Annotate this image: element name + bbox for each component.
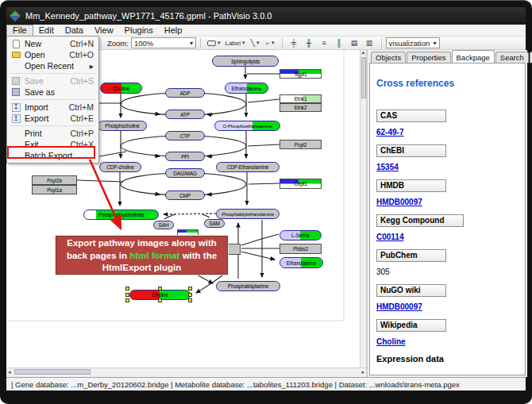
label-tool-button[interactable]: Label▾ — [223, 37, 246, 48]
align-middle-button[interactable]: ╫ — [303, 37, 316, 48]
menu-plugins[interactable]: Plugins — [119, 25, 159, 37]
canvas-horizontal-scrollbar[interactable]: ◂ ▸ — [6, 367, 366, 375]
menu-view[interactable]: View — [89, 25, 119, 37]
status-text: | Gene database: ...m_Derby_20120602.bri… — [11, 380, 460, 389]
stack-icon: ▤ — [351, 39, 358, 47]
selection-handle[interactable] — [158, 287, 162, 290]
xref-link[interactable]: 62-49-7 — [376, 128, 519, 137]
gene-sgpl1[interactable]: Sgpl1 — [279, 69, 322, 79]
node-phosphatidylserine[interactable]: Phosphatidylserine — [216, 281, 280, 291]
selection-handle[interactable] — [125, 298, 129, 302]
visualization-select[interactable]: visualization ▾ — [386, 37, 440, 48]
node-sphingolipids[interactable]: Sphingolipids — [212, 56, 279, 67]
node-phosphatidylcholines[interactable]: Phosphatidylcholines — [83, 210, 159, 220]
gene-etnk2[interactable]: Etnk2 — [279, 103, 322, 112]
file-menu-print[interactable]: Print Ctrl+P — [7, 128, 98, 139]
node-ethanolamine-top[interactable]: Ethanolamine — [225, 83, 268, 94]
node-ethanolamine-bottom[interactable]: Ethanolamine — [279, 257, 323, 268]
gene-etnk1[interactable]: Etnk1 — [279, 94, 322, 103]
xref-link[interactable]: 15354 — [376, 163, 519, 171]
xref-title: ChEBI — [376, 144, 446, 157]
node-dag-mag[interactable]: DAG/MAG — [165, 168, 205, 178]
gene-ptdss2[interactable]: Ptdss2 — [279, 244, 322, 254]
align-center-button[interactable]: ╪ — [287, 37, 301, 48]
node-sam[interactable]: SAM — [204, 219, 225, 228]
tab-properties[interactable]: Properties — [407, 52, 450, 63]
gene-box-partial[interactable] — [177, 229, 199, 236]
scroll-left-icon[interactable]: ◂ — [8, 368, 11, 375]
cross-references-heading: Cross references — [376, 78, 519, 89]
tab-search[interactable]: Search — [495, 52, 529, 63]
file-menu-save-as[interactable]: Save as — [7, 87, 98, 98]
node-phosphatidylethanolamine[interactable]: Phosphatidylethanolamine — [216, 209, 279, 219]
scrollbar-thumb[interactable] — [361, 57, 366, 98]
gene-cept1[interactable]: Cept1 — [279, 179, 322, 189]
distribute-horizontal-button[interactable]: ≡ — [318, 37, 331, 48]
window-title: Mm_Kennedy_pathway_WP1771_45176.gpml - P… — [25, 11, 272, 21]
file-menu-popup: New Ctrl+N Open Ctrl+O Open Recent ▸ Sav… — [6, 36, 99, 164]
node-l-serine[interactable]: L-Serine — [279, 230, 322, 240]
file-menu-save[interactable]: Save Ctrl+S — [7, 75, 98, 87]
distribute-vertical-button[interactable]: ║ — [333, 37, 346, 48]
xref-link[interactable]: C00114 — [376, 233, 519, 241]
title-bar[interactable]: Mm_Kennedy_pathway_WP1771_45176.gpml - P… — [6, 7, 526, 25]
xref-section-nugo: NuGO wiki HMDB00097 — [376, 284, 519, 311]
chevron-down-icon: ▾ — [190, 40, 193, 47]
menu-data[interactable]: Data — [60, 25, 89, 37]
xref-link[interactable]: Choline — [376, 337, 519, 346]
open-folder-icon — [10, 52, 21, 58]
gene-pcyt1a[interactable]: Pcyt1a — [32, 185, 77, 194]
node-sah[interactable]: SAH — [153, 221, 174, 229]
zoom-select[interactable]: 100% ▾ — [131, 37, 196, 48]
scroll-right-icon[interactable]: ▸ — [361, 368, 364, 375]
node-adp[interactable]: ADP — [165, 88, 205, 98]
node-phosphocholine[interactable]: Phosphocholine — [98, 121, 147, 131]
xref-link[interactable]: HMDB00097 — [376, 302, 519, 311]
node-ctp[interactable]: CTP — [165, 131, 205, 140]
node-o-phosphoethanolamine[interactable]: O-Phosphoethanolamine — [214, 121, 280, 131]
selection-handle[interactable] — [125, 293, 129, 297]
xref-section-pubchem: PubChem 305 — [376, 249, 519, 276]
gene-pcyt1b[interactable]: Pcyt1b — [32, 175, 77, 185]
selection-handle[interactable] — [188, 293, 192, 297]
save-as-icon — [10, 88, 21, 96]
xref-title: NuGO wiki — [376, 284, 446, 297]
node-cmp[interactable]: CMP — [165, 190, 205, 200]
tab-backpage[interactable]: Backpage — [452, 50, 495, 63]
node-cdp-choline[interactable]: CDP-choline — [99, 162, 141, 172]
scroll-up-icon[interactable]: ▲ — [361, 50, 366, 55]
gene-pcyt2[interactable]: Pcyt2 — [279, 140, 322, 149]
selection-handle[interactable] — [125, 287, 129, 290]
side-panel-tabs: Objects Properties Backpage Search Legen… — [368, 50, 527, 63]
file-menu-open-recent[interactable]: Open Recent ▸ — [7, 60, 98, 71]
xref-link[interactable]: HMDB00097 — [376, 198, 519, 206]
node-atp[interactable]: ATP — [165, 110, 205, 119]
canvas-vertical-scrollbar[interactable]: ▲ — [360, 50, 366, 367]
selection-handle[interactable] — [188, 287, 192, 290]
distribute-horizontal-icon: ≡ — [322, 39, 326, 47]
selection-handle[interactable] — [188, 298, 192, 302]
new-file-icon — [10, 40, 21, 48]
selection-handle[interactable] — [158, 298, 162, 302]
save-icon — [10, 77, 21, 85]
node-choline-top[interactable]: Choline — [100, 83, 142, 94]
connector-tool-button[interactable]: ⌐▾ — [264, 37, 277, 48]
group-button[interactable]: ▥ — [363, 37, 376, 48]
node-ppi[interactable]: PPi — [165, 152, 205, 161]
menu-file[interactable]: File — [6, 25, 33, 37]
stack-button[interactable]: ▤ — [348, 37, 361, 48]
group-icon: ▥ — [366, 39, 373, 47]
tab-objects[interactable]: Objects — [371, 52, 406, 63]
backpage-content: Cross references CAS 62-49-7 ChEBI 15354… — [369, 63, 526, 375]
menu-edit[interactable]: Edit — [33, 25, 60, 37]
line-tool-button[interactable]: ╲▾ — [249, 37, 262, 48]
file-menu-new[interactable]: New Ctrl+N — [7, 38, 98, 49]
side-panel: Objects Properties Backpage Search Legen… — [368, 50, 527, 377]
file-menu-import[interactable]: ↧ Import Ctrl+M — [7, 102, 98, 113]
scrollbar-thumb[interactable] — [14, 369, 91, 375]
datanode-tool-button[interactable]: ▾ — [206, 37, 222, 48]
file-menu-export[interactable]: ↥ Export Ctrl+E — [7, 113, 98, 124]
menu-help[interactable]: Help — [159, 25, 188, 37]
node-cdp-ethanolamine[interactable]: CDP-Ethanolamine — [216, 162, 279, 172]
file-menu-open[interactable]: Open Ctrl+O — [7, 49, 98, 60]
